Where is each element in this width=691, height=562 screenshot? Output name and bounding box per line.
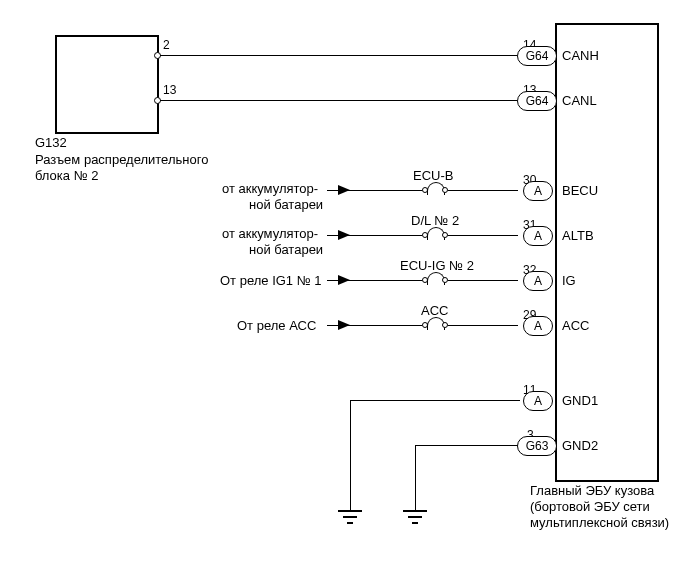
ground-icon <box>403 510 427 512</box>
wire <box>448 190 518 191</box>
connector-pill: A <box>523 391 553 411</box>
wire <box>448 280 518 281</box>
main-ecu-box <box>555 23 659 482</box>
connector-label: A <box>534 319 542 333</box>
signal-name: CANH <box>562 48 599 63</box>
fuse-label: ECU-IG № 2 <box>400 258 474 273</box>
distribution-block <box>55 35 159 134</box>
connector-label: G64 <box>526 94 549 108</box>
pin-number: 2 <box>163 38 170 52</box>
connector-label: A <box>534 394 542 408</box>
wire <box>415 445 416 510</box>
fuse-label: D/L № 2 <box>411 213 459 228</box>
connector-label: G63 <box>526 439 549 453</box>
ecu-title: (бортовой ЭБУ сети <box>530 499 650 514</box>
ground-icon <box>408 516 422 518</box>
signal-name: ALTB <box>562 228 594 243</box>
signal-name: IG <box>562 273 576 288</box>
pin-number: 13 <box>163 83 176 97</box>
wire <box>350 400 520 401</box>
wire <box>415 445 518 446</box>
fuse-icon <box>422 320 448 330</box>
wire <box>448 235 518 236</box>
source-label: ной батареи <box>249 242 323 257</box>
source-label: от аккумулятор- <box>222 181 318 196</box>
connector-pill: A <box>523 226 553 246</box>
connector-pill: G64 <box>517 46 557 66</box>
block-desc: Разъем распределительного <box>35 152 208 167</box>
fuse-label: ACC <box>421 303 448 318</box>
fuse-label: ECU-B <box>413 168 453 183</box>
block-desc: блока № 2 <box>35 168 98 183</box>
source-label: От реле АСС <box>237 318 316 333</box>
connector-label: A <box>534 274 542 288</box>
arrow-icon <box>338 185 350 195</box>
ecu-title: мультиплексной связи) <box>530 515 669 530</box>
signal-name: ACC <box>562 318 589 333</box>
arrow-icon <box>338 320 350 330</box>
wire <box>160 55 517 56</box>
signal-name: CANL <box>562 93 597 108</box>
connector-pill: G63 <box>517 436 557 456</box>
fuse-icon <box>422 230 448 240</box>
block-id: G132 <box>35 135 67 150</box>
ground-icon <box>343 516 357 518</box>
fuse-icon <box>422 185 448 195</box>
signal-name: BECU <box>562 183 598 198</box>
ground-icon <box>338 510 362 512</box>
signal-name: GND1 <box>562 393 598 408</box>
connector-pill: G64 <box>517 91 557 111</box>
wire <box>350 400 351 510</box>
connector-pill: A <box>523 271 553 291</box>
wire <box>160 100 517 101</box>
connector-label: G64 <box>526 49 549 63</box>
ecu-title: Главный ЭБУ кузова <box>530 483 654 498</box>
wire <box>448 325 518 326</box>
source-label: от аккумулятор- <box>222 226 318 241</box>
ground-icon <box>412 522 418 524</box>
connector-pill: A <box>523 181 553 201</box>
signal-name: GND2 <box>562 438 598 453</box>
source-label: ной батареи <box>249 197 323 212</box>
ground-icon <box>347 522 353 524</box>
connector-label: A <box>534 229 542 243</box>
connector-pill: A <box>523 316 553 336</box>
fuse-icon <box>422 275 448 285</box>
arrow-icon <box>338 275 350 285</box>
source-label: От реле IG1 № 1 <box>220 273 322 288</box>
connector-label: A <box>534 184 542 198</box>
arrow-icon <box>338 230 350 240</box>
